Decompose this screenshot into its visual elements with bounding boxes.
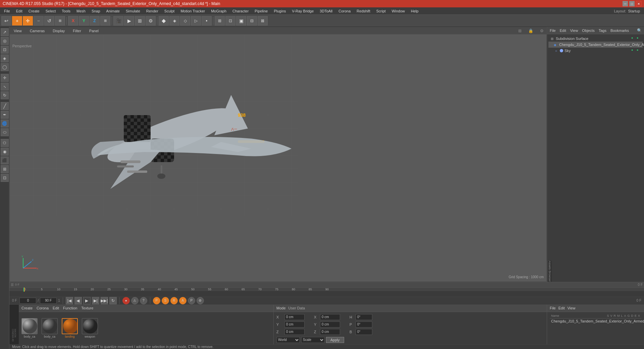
play-btn[interactable]: ▶ (83, 297, 91, 304)
material-weapon[interactable]: weapon (82, 318, 98, 338)
menu-snap[interactable]: Snap (89, 8, 103, 14)
spiro-btn[interactable]: 🌀 (1, 119, 9, 128)
goto-end-btn[interactable]: ▶▶| (101, 297, 108, 304)
menu-sculpt[interactable]: Sculpt (162, 8, 177, 14)
minimize-button[interactable]: ─ (623, 1, 628, 6)
menu-create[interactable]: Create (26, 8, 42, 14)
attr-input-zrot[interactable] (320, 329, 340, 335)
pen-btn[interactable]: ✒ (1, 111, 9, 119)
sculpt-btn[interactable]: ◉ (1, 148, 9, 156)
menu-character[interactable]: Character (230, 8, 251, 14)
viewport-options-icon[interactable]: ⚙ (540, 29, 544, 33)
key-p-btn[interactable]: P (188, 297, 195, 304)
material-body-ca-2[interactable]: body_ca (42, 318, 58, 338)
mat-menu-corona[interactable]: Corona (37, 306, 49, 310)
scale-tool[interactable]: ↔ (34, 16, 44, 26)
brp-menu-view[interactable]: View (568, 306, 576, 310)
menu-edit[interactable]: Edit (13, 8, 25, 14)
render-queue-btn[interactable]: ⊞ (135, 16, 145, 26)
menu-help[interactable]: Help (408, 8, 421, 14)
assets-browser-toggle[interactable]: Assets Browser (547, 261, 552, 282)
obj-visibility-1[interactable]: ● (631, 36, 636, 41)
timeline-options-btn[interactable]: ⚙ (197, 297, 204, 304)
poly-mode-btn[interactable]: ◇ (180, 16, 190, 26)
tl-menu-icon[interactable]: ☰ (11, 283, 14, 287)
menu-mesh[interactable]: Mesh (74, 8, 88, 14)
apply-button[interactable]: Apply (326, 337, 344, 343)
mat-menu-create[interactable]: Create (21, 306, 33, 310)
mesh-mode-btn[interactable]: ◈ (169, 16, 179, 26)
loop-btn[interactable]: ↻ (109, 297, 117, 304)
paint-btn[interactable]: ⬛ (1, 156, 9, 164)
mat-menu-texture[interactable]: Texture (81, 306, 93, 310)
menu-redshift[interactable]: Redshift (354, 8, 373, 14)
rp-menu-file[interactable]: File (550, 29, 556, 33)
attr-input-y[interactable] (284, 321, 305, 328)
menu-mograph[interactable]: MoGraph (208, 8, 229, 14)
obj-visibility-2[interactable]: ● (637, 36, 641, 41)
move-btn[interactable]: ✛ (1, 74, 9, 82)
attr-input-z[interactable] (284, 329, 305, 335)
menu-tools[interactable]: Tools (59, 8, 73, 14)
menu-3dtoall[interactable]: 3DToAll (317, 8, 335, 14)
viewport-canvas[interactable]: Perspective (10, 35, 546, 282)
key-scale-btn[interactable]: S (162, 297, 169, 304)
timeline-track[interactable] (9, 292, 644, 297)
main-viewport[interactable]: View Cameras Display Filter Panel ⊞ 🔒 ⚙ … (9, 27, 547, 282)
menu-script[interactable]: Script (374, 8, 388, 14)
layer-btn[interactable]: ⊞ (1, 165, 9, 173)
record-btn[interactable]: ● (122, 297, 130, 304)
next-frame-btn[interactable]: ▶| (92, 297, 99, 304)
brush-btn[interactable]: ⬭ (1, 128, 9, 136)
menu-simulate[interactable]: Simulate (123, 8, 143, 14)
rp-menu-tags[interactable]: Tags (599, 29, 606, 33)
obj-vis-sky-1[interactable]: ● (631, 48, 636, 53)
attr-input-h[interactable] (356, 314, 372, 320)
menu-pipeline[interactable]: Pipeline (252, 8, 270, 14)
maximize-button[interactable]: □ (629, 1, 635, 6)
edge-mode-btn[interactable]: ▷ (191, 16, 201, 26)
point-mode-btn[interactable]: • (202, 16, 212, 26)
live-select-btn[interactable]: ◯ (1, 63, 9, 71)
attr-input-b[interactable] (356, 329, 372, 335)
brp-object-j10[interactable]: Chengdu_J10_5_Tandem_Seated_Exterior_Onl… (550, 318, 641, 324)
frame-input[interactable] (19, 298, 36, 304)
menu-file[interactable]: File (1, 8, 13, 14)
move-tool[interactable]: ✛ (23, 16, 33, 26)
viewport-menu-cameras[interactable]: Cameras (29, 28, 46, 34)
render-btn[interactable]: ▶ (124, 16, 134, 26)
viewport-menu-view[interactable]: View (12, 28, 23, 34)
transform-tool[interactable]: ⊞ (55, 16, 65, 26)
rp-search-icon[interactable]: 🔍 (637, 28, 642, 33)
object-j10[interactable]: ◈ Chengdu_J10_5_Tandem_Seated_Exterior_O… (548, 42, 643, 48)
viewport-maximize-icon[interactable]: ⊞ (518, 29, 522, 33)
rp-menu-bookmarks[interactable]: Bookmarks (610, 29, 629, 33)
rotate-tool[interactable]: ↺ (44, 16, 54, 26)
display-btn[interactable]: ▣ (236, 16, 246, 26)
transform-mode-select[interactable]: Scale Move Rotate (301, 337, 325, 343)
prev-frame-btn[interactable]: ◀ (74, 297, 82, 304)
menu-render[interactable]: Render (144, 8, 161, 14)
end-frame-input[interactable] (40, 298, 57, 304)
rect-select-btn[interactable]: ⊡ (1, 46, 9, 54)
line-btn[interactable]: ╱ (1, 102, 9, 110)
key-pos-btn[interactable]: P (153, 297, 160, 304)
shading-btn[interactable]: ⊠ (258, 16, 268, 26)
camera-btn[interactable]: 🎥 (113, 16, 123, 26)
auto-key-btn[interactable]: ⚠ (131, 297, 139, 304)
coord-system-select[interactable]: World Object (276, 337, 300, 343)
menu-vray[interactable]: V-Ray Bridge (289, 8, 317, 14)
axis-x-btn[interactable]: X (68, 16, 78, 26)
material-body-ca-1[interactable]: body_ca (21, 318, 38, 338)
object-subdivision-surface[interactable]: ⊞ Subdivision Surface ● ● (548, 36, 643, 42)
select-tool-btn[interactable]: ↗ (1, 28, 9, 36)
material-landing[interactable]: landing (62, 318, 78, 338)
more-btn[interactable]: ⊡ (1, 174, 9, 182)
brp-menu-edit[interactable]: Edit (558, 306, 565, 310)
object-sky[interactable]: ○ Sky ● ● (548, 48, 643, 54)
render-settings-btn[interactable]: ⚙ (146, 16, 156, 26)
poly-select-btn[interactable]: ◈ (1, 54, 9, 62)
rp-menu-edit[interactable]: Edit (560, 29, 566, 33)
menu-plugins[interactable]: Plugins (271, 8, 288, 14)
wireframe-btn[interactable]: ⊟ (247, 16, 257, 26)
